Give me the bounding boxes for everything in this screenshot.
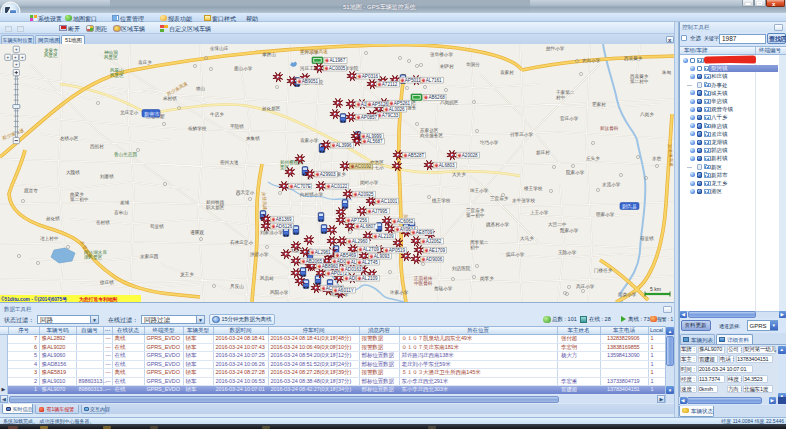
svg-text:上王小学: 上王小学 (530, 210, 549, 215)
svg-text:+: + (15, 47, 18, 52)
svg-text:豫A20925: 豫A20925 (353, 192, 374, 197)
svg-text:豫A81369: 豫A81369 (271, 217, 292, 222)
svg-text:第一初中: 第一初中 (466, 213, 485, 218)
svg-text:库风景区: 库风景区 (84, 255, 103, 260)
svg-text:风景区: 风景区 (104, 55, 118, 60)
svg-text:豫AL6807: 豫AL6807 (355, 224, 376, 229)
svg-text:八岗乡: 八岗乡 (640, 112, 654, 117)
svg-text:门楼任乡: 门楼任乡 (594, 268, 613, 273)
svg-text:大马乡: 大马乡 (520, 236, 534, 241)
svg-text:狼山: 狼山 (196, 86, 206, 91)
svg-text:豫AB6268: 豫AB6268 (424, 95, 445, 100)
svg-text:豫AD9006: 豫AD9006 (421, 257, 443, 262)
svg-text:豫AL2109: 豫AL2109 (357, 276, 378, 281)
svg-text:豫AE1709: 豫AE1709 (424, 248, 445, 253)
svg-text:水砦: 水砦 (652, 156, 662, 161)
svg-text:慈忤小学: 慈忤小学 (545, 46, 565, 51)
svg-text:豫AP5011: 豫AP5011 (400, 78, 421, 83)
svg-text:风景区: 风景区 (110, 73, 124, 78)
svg-text:平陌镇: 平陌镇 (230, 123, 244, 130)
svg-text:豫AL1987: 豫AL1987 (325, 58, 346, 63)
svg-text:低鳞学校: 低鳞学校 (187, 126, 207, 131)
svg-text:母堂镇: 母堂镇 (640, 235, 654, 242)
svg-text:华洞分: 华洞分 (466, 62, 480, 67)
svg-text:豫A6011Y: 豫A6011Y (333, 288, 354, 293)
svg-text:香山生态园: 香山生态园 (114, 151, 137, 158)
svg-text:郑沽骨科: 郑沽骨科 (600, 125, 619, 131)
svg-text:豫AP0316: 豫AP0316 (357, 74, 378, 79)
svg-text:豫AL2961: 豫AL2961 (310, 250, 331, 255)
svg-text:密州大道: 密州大道 (220, 160, 239, 165)
svg-text:豫AL2109: 豫AL2109 (373, 234, 394, 239)
svg-text:高庄小学: 高庄小学 (576, 284, 595, 289)
svg-text:豫AC707E: 豫AC707E (289, 184, 311, 189)
svg-text:豫AL5687: 豫AL5687 (362, 139, 383, 144)
svg-text:岗时小学: 岗时小学 (360, 180, 379, 185)
svg-text:豫AD6126: 豫AD6126 (271, 224, 293, 229)
svg-text:+: + (7, 55, 10, 60)
svg-text:刘店医院: 刘店医院 (452, 265, 471, 272)
svg-text:三官庙乡: 三官庙乡 (490, 196, 509, 201)
svg-text:具茨山: 具茨山 (230, 284, 244, 289)
svg-text:中医骨科: 中医骨科 (414, 280, 433, 286)
svg-text:豫AJ2062: 豫AJ2062 (421, 239, 442, 244)
svg-text:朱甸: 朱甸 (662, 70, 672, 75)
svg-text:郑州绕城高速: 郑州绕城高速 (300, 49, 328, 54)
svg-text:豫AL7161: 豫AL7161 (421, 78, 442, 83)
svg-text:圪垱小学: 圪垱小学 (479, 140, 499, 145)
svg-text:老城: 老城 (120, 200, 130, 205)
svg-text:豫AC0005: 豫AC0005 (324, 66, 346, 71)
svg-text:岗李乡: 岗李乡 (480, 276, 494, 281)
svg-text:来集镇: 来集镇 (246, 136, 260, 141)
svg-text:风景区: 风景区 (44, 53, 58, 58)
svg-text:官庄小学: 官庄小学 (560, 116, 579, 121)
svg-text:豫A20028: 豫A20028 (457, 153, 478, 158)
svg-text:豫AP7256: 豫AP7256 (346, 218, 367, 223)
svg-text:坤王小学: 坤王小学 (469, 188, 489, 193)
svg-text:+: + (15, 62, 18, 67)
svg-text:豫AB9051: 豫AB9051 (297, 79, 318, 84)
svg-text:玉陈小学: 玉陈小学 (558, 249, 577, 256)
svg-text:豫AC1001: 豫AC1001 (376, 199, 398, 204)
svg-text:初中: 初中 (470, 245, 480, 250)
svg-text:丘头乡: 丘头乡 (586, 156, 600, 161)
svg-text:大隗镇: 大隗镇 (66, 169, 80, 176)
svg-text:许家小学: 许家小学 (390, 290, 409, 295)
svg-text:摩旗山: 摩旗山 (262, 52, 276, 57)
svg-text:豫AD0163: 豫AD0163 (340, 267, 362, 272)
svg-text:豫AL6803: 豫AL6803 (434, 163, 455, 168)
svg-text:豫A29903: 豫A29903 (315, 172, 336, 177)
svg-text:洪府小学: 洪府小学 (250, 252, 269, 257)
svg-text:豫AP0519: 豫AP0519 (384, 248, 405, 253)
svg-text:豫AB528T: 豫AB528T (403, 153, 424, 158)
svg-text:豫AC0192: 豫AC0192 (350, 164, 372, 169)
svg-text:职大新区: 职大新区 (206, 205, 225, 210)
svg-text:楼王学校: 楼王学校 (523, 186, 543, 191)
svg-text:豫AB8960: 豫AB8960 (317, 264, 338, 269)
svg-text:5 km: 5 km (650, 286, 661, 292)
svg-text:新密市: 新密市 (144, 111, 160, 117)
svg-text:第二初中: 第二初中 (70, 197, 89, 202)
svg-text:豫AL0026: 豫AL0026 (384, 107, 405, 112)
svg-text:焦瑞小学: 焦瑞小学 (434, 286, 453, 291)
svg-text:袁家小学: 袁家小学 (300, 138, 319, 143)
svg-text:龙王乡: 龙王乡 (180, 272, 194, 277)
svg-text:全垛山庄: 全垛山庄 (210, 46, 229, 51)
svg-text:豫AL9093: 豫AL9093 (369, 254, 390, 259)
svg-text:喜寒山: 喜寒山 (114, 210, 128, 215)
svg-text:豫A79C33: 豫A79C33 (377, 113, 399, 118)
svg-text:姚基村小学: 姚基村小学 (486, 221, 509, 228)
svg-text:+: + (14, 55, 17, 60)
svg-text:豫AC6062: 豫AC6062 (392, 219, 414, 224)
svg-text:大关乡: 大关乡 (452, 172, 466, 177)
svg-text:+: + (21, 55, 24, 60)
svg-text:豫AP5261: 豫AP5261 (389, 101, 410, 106)
svg-text:豫AL3996: 豫AL3996 (331, 143, 352, 148)
svg-text:豫AC0122: 豫AC0122 (326, 184, 348, 189)
svg-text:豫AL2T09: 豫AL2T09 (358, 247, 379, 252)
svg-text:豫AB5469: 豫AB5469 (335, 253, 356, 258)
svg-text:苟堂镇: 苟堂镇 (150, 224, 164, 229)
svg-text:通耀观: 通耀观 (190, 229, 204, 236)
svg-text:袁庄乡: 袁庄乡 (138, 60, 152, 65)
svg-text:豫AJ7995: 豫AJ7995 (367, 209, 388, 214)
